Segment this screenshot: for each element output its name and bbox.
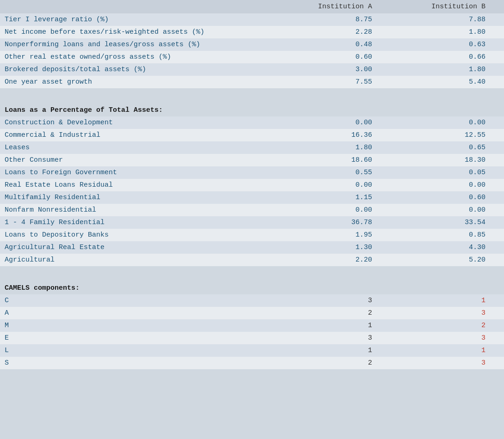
institution-b-value: 33.54 [391,216,504,229]
row-label: Other Consumer [0,154,277,166]
table-row: Net income before taxes/risk-weighted as… [0,26,504,38]
institution-a-value: 0.48 [277,38,391,51]
table-row: Construction & Development0.000.00 [0,116,504,129]
row-label: Commercial & Industrial [0,129,277,141]
institution-a-value: 2.20 [277,254,391,266]
row-label: Tier I leverage ratio (%) [0,13,277,26]
institution-b-value: 0.66 [391,51,504,63]
institution-a-value: 2.28 [277,26,391,38]
table-row: Agricultural2.205.20 [0,254,504,266]
institution-a-value: 1.30 [277,241,391,254]
row-label: Loans to Depository Banks [0,229,277,241]
camels-label: A [0,307,277,319]
institution-a-value: 18.60 [277,154,391,166]
row-label: Net income before taxes/risk-weighted as… [0,26,277,38]
institution-b-value: 0.60 [391,191,504,204]
row-label: Nonfarm Nonresidential [0,204,277,216]
camels-b-value: 1 [391,294,504,307]
camels-row: E33 [0,332,504,344]
camels-a-value: 3 [277,294,391,307]
camels-b-value: 3 [391,307,504,319]
institution-a-value: 0.60 [277,51,391,63]
row-label: Other real estate owned/gross assets (%) [0,51,277,63]
institution-a-value: 1.80 [277,141,391,154]
institution-a-value: 1.15 [277,191,391,204]
institution-b-value: 1.80 [391,63,504,76]
col-institution-a-header: Institution A [277,0,391,13]
table-row: One year asset growth7.555.40 [0,76,504,88]
spacer-row [0,88,504,100]
institution-a-value: 0.00 [277,116,391,129]
header-row: Institution A Institution B [0,0,504,13]
camels-a-value: 1 [277,344,391,357]
institution-b-value: 0.63 [391,38,504,51]
row-label: Leases [0,141,277,154]
table-row: 1 - 4 Family Residential36.7833.54 [0,216,504,229]
data-table: Institution A Institution B Tier I lever… [0,0,504,369]
table-row: Nonperforming loans and leases/gross ass… [0,38,504,51]
institution-b-value: 0.65 [391,141,504,154]
institution-b-value: 0.00 [391,204,504,216]
camels-b-value: 3 [391,332,504,344]
camels-b-value: 3 [391,357,504,369]
section-header-row: Loans as a Percentage of Total Assets: [0,100,504,116]
camels-label: S [0,357,277,369]
institution-a-value: 8.75 [277,13,391,26]
camels-label: L [0,344,277,357]
table-row: Brokered deposits/total assets (%)3.001.… [0,63,504,76]
table-row: Nonfarm Nonresidential0.000.00 [0,204,504,216]
institution-b-value: 0.85 [391,229,504,241]
table-row: Leases1.800.65 [0,141,504,154]
spacer-row [0,266,504,278]
institution-a-value: 16.36 [277,129,391,141]
institution-b-value: 5.20 [391,254,504,266]
camels-a-value: 3 [277,332,391,344]
institution-a-value: 0.00 [277,179,391,191]
camels-a-value: 2 [277,357,391,369]
institution-b-value: 0.00 [391,116,504,129]
institution-a-value: 7.55 [277,76,391,88]
row-label: One year asset growth [0,76,277,88]
camels-row: M12 [0,319,504,332]
row-label: Multifamily Residential [0,191,277,204]
table-row: Other real estate owned/gross assets (%)… [0,51,504,63]
institution-b-value: 7.88 [391,13,504,26]
col-institution-b-header: Institution B [391,0,504,13]
camels-b-value: 1 [391,344,504,357]
table-row: Loans to Foreign Government0.550.05 [0,166,504,179]
row-label: Agricultural [0,254,277,266]
institution-b-value: 12.55 [391,129,504,141]
institution-a-value: 3.00 [277,63,391,76]
camels-row: C31 [0,294,504,307]
table-row: Real Estate Loans Residual0.000.00 [0,179,504,191]
institution-b-value: 1.80 [391,26,504,38]
row-label: 1 - 4 Family Residential [0,216,277,229]
table-row: Agricultural Real Estate1.304.30 [0,241,504,254]
camels-label: E [0,332,277,344]
row-label: Nonperforming loans and leases/gross ass… [0,38,277,51]
camels-label: C [0,294,277,307]
institution-b-value: 0.00 [391,179,504,191]
camels-a-value: 2 [277,307,391,319]
camels-a-value: 1 [277,319,391,332]
table-row: Other Consumer18.6018.30 [0,154,504,166]
institution-b-value: 5.40 [391,76,504,88]
institution-b-value: 4.30 [391,241,504,254]
camels-header-row: CAMELS components: [0,278,504,294]
row-label: Loans to Foreign Government [0,166,277,179]
institution-a-value: 36.78 [277,216,391,229]
row-label: Construction & Development [0,116,277,129]
institution-b-value: 0.05 [391,166,504,179]
main-container: Institution A Institution B Tier I lever… [0,0,504,369]
institution-a-value: 1.95 [277,229,391,241]
institution-a-value: 0.55 [277,166,391,179]
row-label: Real Estate Loans Residual [0,179,277,191]
table-row: Loans to Depository Banks1.950.85 [0,229,504,241]
table-row: Commercial & Industrial16.3612.55 [0,129,504,141]
col-label-header [0,0,277,13]
table-row: Multifamily Residential1.150.60 [0,191,504,204]
institution-a-value: 0.00 [277,204,391,216]
camels-b-value: 2 [391,319,504,332]
camels-label: M [0,319,277,332]
row-label: Brokered deposits/total assets (%) [0,63,277,76]
